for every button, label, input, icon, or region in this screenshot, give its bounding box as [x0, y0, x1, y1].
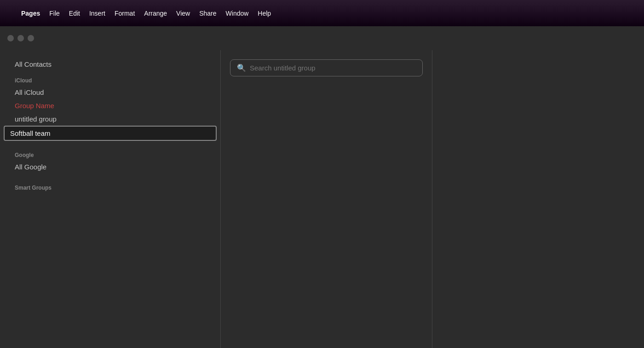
menu-share[interactable]: Share	[195, 8, 221, 19]
menu-view[interactable]: View	[172, 8, 195, 19]
search-icon: 🔍	[237, 64, 246, 72]
sidebar-untitled-group[interactable]: untitled group	[4, 112, 217, 126]
maximize-button[interactable]	[28, 35, 34, 41]
contacts-window: All Contacts iCloud All iCloud Group Nam…	[0, 26, 644, 348]
menu-file[interactable]: File	[45, 8, 64, 19]
softball-team-input[interactable]	[4, 126, 217, 141]
sidebar-smart-groups-header: Smart Groups	[4, 183, 217, 193]
sidebar-icloud-header: iCloud	[4, 75, 217, 86]
main-content: All Contacts iCloud All iCloud Group Nam…	[0, 50, 644, 348]
menu-window[interactable]: Window	[221, 8, 253, 19]
menu-help[interactable]: Help	[253, 8, 276, 19]
sidebar-group-name[interactable]: Group Name	[4, 99, 217, 112]
sidebar: All Contacts iCloud All iCloud Group Nam…	[0, 50, 221, 348]
menu-arrange[interactable]: Arrange	[139, 8, 172, 19]
middle-panel: 🔍	[221, 50, 432, 348]
title-bar	[0, 26, 644, 50]
close-button[interactable]	[7, 35, 14, 41]
apple-menu[interactable]	[6, 12, 17, 15]
sidebar-all-contacts[interactable]: All Contacts	[4, 58, 217, 71]
right-panel	[432, 50, 644, 348]
menu-format[interactable]: Format	[110, 8, 139, 19]
menu-edit[interactable]: Edit	[64, 8, 85, 19]
menu-bar: Pages File Edit Insert Format Arrange Vi…	[0, 0, 644, 26]
sidebar-google-header: Google	[4, 150, 217, 160]
menu-pages[interactable]: Pages	[17, 8, 45, 19]
search-input[interactable]	[250, 64, 416, 72]
sidebar-softball-team[interactable]	[4, 126, 217, 141]
menu-insert[interactable]: Insert	[85, 8, 110, 19]
search-box[interactable]: 🔍	[230, 59, 423, 76]
sidebar-all-google[interactable]: All Google	[4, 160, 217, 174]
minimize-button[interactable]	[17, 35, 24, 41]
sidebar-all-icloud[interactable]: All iCloud	[4, 86, 217, 99]
